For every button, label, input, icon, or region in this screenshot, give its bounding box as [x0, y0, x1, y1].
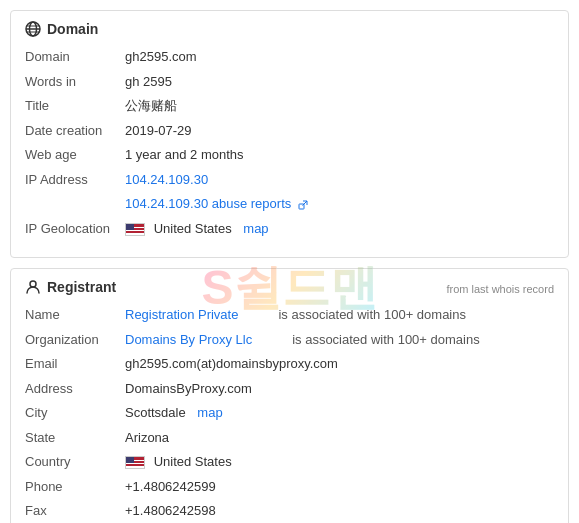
wordsin-row: Words in gh 2595	[25, 72, 554, 92]
globe-icon	[25, 21, 41, 37]
organization-association: is associated with 100+ domains	[292, 330, 480, 350]
registrant-header-label: Registrant	[47, 279, 116, 295]
domain-header-label: Domain	[47, 21, 98, 37]
address-value: DomainsByProxy.com	[125, 379, 554, 399]
name-row: Name Registration Private is associated …	[25, 305, 554, 325]
date-creation-row: Date creation 2019-07-29	[25, 121, 554, 141]
abuse-value: 104.24.109.30 abuse reports	[125, 194, 554, 214]
fax-value: +1.4806242598	[125, 501, 554, 521]
email-row: Email gh2595.com(at)domainsbyproxy.com	[25, 354, 554, 374]
web-age-label: Web age	[25, 145, 125, 165]
ip-address-row: IP Address 104.24.109.30	[25, 170, 554, 190]
country-row: Country United States	[25, 452, 554, 472]
domain-value: gh2595.com	[125, 47, 554, 67]
state-label: State	[25, 428, 125, 448]
phone-row: Phone +1.4806242599	[25, 477, 554, 497]
organization-value: Domains By Proxy Llc is associated with …	[125, 330, 554, 350]
web-age-row: Web age 1 year and 2 months	[25, 145, 554, 165]
us-flag-icon	[125, 223, 145, 236]
fax-row: Fax +1.4806242598	[25, 501, 554, 521]
ip-address-value: 104.24.109.30	[125, 170, 554, 190]
title-row: Title 公海赌船	[25, 96, 554, 116]
address-row: Address DomainsByProxy.com	[25, 379, 554, 399]
registrant-section: Registrant from last whois record Name R…	[10, 268, 569, 523]
fax-label: Fax	[25, 501, 125, 521]
abuse-link[interactable]: 104.24.109.30 abuse reports	[125, 196, 308, 211]
country-flag-icon	[125, 456, 145, 469]
domain-section: Domain Domain gh2595.com Words in gh 259…	[10, 10, 569, 258]
ip-geolocation-value: United States map	[125, 219, 554, 239]
svg-point-7	[30, 281, 36, 287]
phone-label: Phone	[25, 477, 125, 497]
wordsin-label: Words in	[25, 72, 125, 92]
email-label: Email	[25, 354, 125, 374]
city-value: Scottsdale map	[125, 403, 554, 423]
ip-geolocation-label: IP Geolocation	[25, 219, 125, 239]
date-creation-value: 2019-07-29	[125, 121, 554, 141]
ip-geolocation-row: IP Geolocation United States map	[25, 219, 554, 239]
city-row: City Scottsdale map	[25, 403, 554, 423]
name-label: Name	[25, 305, 125, 325]
from-last-record: from last whois record	[446, 283, 554, 295]
ip-address-label: IP Address	[25, 170, 125, 190]
city-map-link[interactable]: map	[197, 405, 222, 420]
name-value: Registration Private is associated with …	[125, 305, 554, 325]
country-label: Country	[25, 452, 125, 472]
title-value: 公海赌船	[125, 96, 554, 116]
ip-address-link[interactable]: 104.24.109.30	[125, 172, 208, 187]
abuse-row: 104.24.109.30 abuse reports	[25, 194, 554, 214]
address-label: Address	[25, 379, 125, 399]
svg-line-6	[302, 201, 307, 206]
ip-geolocation-country: United States	[154, 221, 232, 236]
country-value: United States	[125, 452, 554, 472]
page-wrapper: S쉴드맨 Domain Domain gh2595.com Words in g…	[0, 10, 579, 523]
domain-label: Domain	[25, 47, 125, 67]
state-row: State Arizona	[25, 428, 554, 448]
web-age-value: 1 year and 2 months	[125, 145, 554, 165]
city-label: City	[25, 403, 125, 423]
email-value: gh2595.com(at)domainsbyproxy.com	[125, 354, 554, 374]
wordsin-value: gh 2595	[125, 72, 554, 92]
domain-section-header: Domain	[25, 21, 554, 37]
domain-row: Domain gh2595.com	[25, 47, 554, 67]
name-association: is associated with 100+ domains	[278, 305, 466, 325]
name-link[interactable]: Registration Private	[125, 305, 238, 325]
phone-value: +1.4806242599	[125, 477, 554, 497]
title-label: Title	[25, 96, 125, 116]
person-icon	[25, 279, 41, 295]
organization-label: Organization	[25, 330, 125, 350]
ip-geolocation-map-link[interactable]: map	[243, 221, 268, 236]
country-name: United States	[154, 454, 232, 469]
state-value: Arizona	[125, 428, 554, 448]
organization-row: Organization Domains By Proxy Llc is ass…	[25, 330, 554, 350]
organization-link[interactable]: Domains By Proxy Llc	[125, 330, 252, 350]
date-creation-label: Date creation	[25, 121, 125, 141]
external-link-icon	[298, 200, 308, 210]
